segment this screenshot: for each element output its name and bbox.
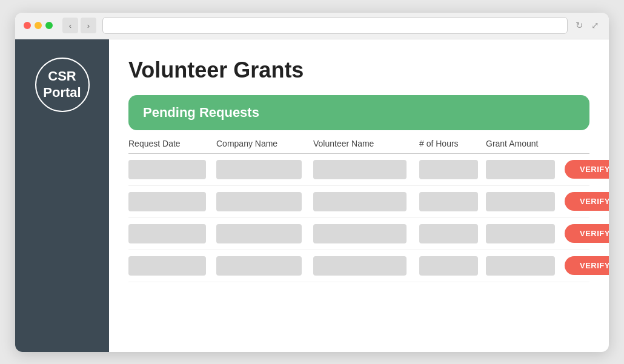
pending-requests-label: Pending Requests [143, 105, 259, 120]
cell-hours-3 [419, 224, 478, 243]
cell-request-date-2 [128, 192, 206, 211]
cell-company-1 [216, 160, 302, 179]
cell-hours-4 [419, 256, 478, 276]
sidebar: CSR Portal [15, 39, 109, 352]
browser-toolbar: ‹ › ↻ ⤢ [15, 13, 609, 39]
verify-button-4[interactable]: VERIFY [565, 256, 609, 275]
col-volunteer-name: Volunteer Name [313, 139, 419, 148]
page-title: Volunteer Grants [128, 58, 589, 83]
main-content: Volunteer Grants Pending Requests Reques… [109, 39, 609, 352]
cell-grant-1 [486, 160, 555, 179]
browser-body: CSR Portal Volunteer Grants Pending Requ… [15, 39, 609, 352]
verify-button-3[interactable]: VERIFY [565, 224, 609, 243]
forward-button[interactable]: › [81, 18, 96, 33]
cell-volunteer-3 [313, 224, 407, 243]
col-grant-amount: Grant Amount [486, 139, 565, 148]
expand-icon[interactable]: ⤢ [589, 20, 600, 31]
cell-grant-3 [486, 224, 555, 243]
cell-volunteer-1 [313, 160, 407, 179]
cell-grant-4 [486, 256, 555, 276]
cell-volunteer-4 [313, 256, 407, 276]
refresh-icon[interactable]: ↻ [574, 20, 585, 31]
cell-hours-2 [419, 192, 478, 211]
back-button[interactable]: ‹ [62, 18, 78, 33]
cell-request-date-3 [128, 224, 206, 243]
logo-line1: CSR [48, 68, 76, 84]
traffic-lights [24, 22, 53, 29]
cell-request-date-4 [128, 256, 206, 276]
cell-company-4 [216, 256, 302, 276]
table-row: VERIFY [128, 154, 589, 186]
browser-icons: ↻ ⤢ [574, 20, 600, 31]
col-request-date: Request Date [128, 139, 216, 148]
pending-requests-header: Pending Requests [128, 95, 589, 130]
browser-window: ‹ › ↻ ⤢ CSR Portal Volunteer Grants Pend… [15, 13, 609, 352]
cell-grant-2 [486, 192, 555, 211]
address-bar[interactable] [102, 17, 568, 34]
minimize-button[interactable] [35, 22, 42, 29]
table-row: VERIFY [128, 186, 589, 218]
col-hours: # of Hours [419, 139, 486, 148]
table-container: Request Date Company Name Volunteer Name… [128, 130, 589, 282]
verify-button-2[interactable]: VERIFY [565, 192, 609, 211]
logo-circle: CSR Portal [35, 58, 90, 112]
table-headers: Request Date Company Name Volunteer Name… [128, 130, 589, 154]
col-action [565, 139, 609, 148]
table-row: VERIFY [128, 250, 589, 282]
cell-company-3 [216, 224, 302, 243]
cell-request-date-1 [128, 160, 206, 179]
verify-button-1[interactable]: VERIFY [565, 160, 609, 179]
cell-company-2 [216, 192, 302, 211]
cell-volunteer-2 [313, 192, 407, 211]
col-company-name: Company Name [216, 139, 313, 148]
nav-buttons: ‹ › [62, 18, 96, 33]
logo-line2: Portal [43, 85, 81, 101]
table-row: VERIFY [128, 218, 589, 250]
close-button[interactable] [24, 22, 31, 29]
cell-hours-1 [419, 160, 478, 179]
maximize-button[interactable] [45, 22, 53, 29]
